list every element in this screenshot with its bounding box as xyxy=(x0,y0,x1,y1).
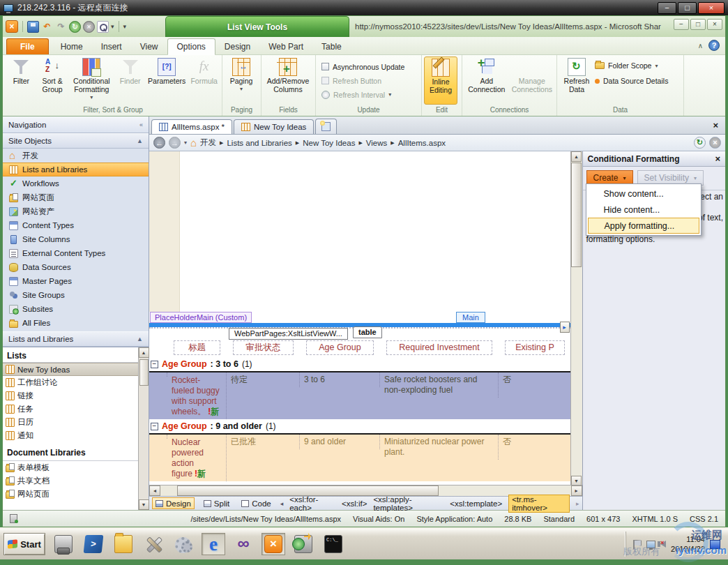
doc-tab-allitems[interactable]: AllItems.aspx * xyxy=(151,119,232,134)
breadcrumb-item[interactable]: New Toy Ideas xyxy=(303,139,355,147)
rdp-restore-button[interactable] xyxy=(678,2,697,14)
xsl-tag[interactable]: <xsl:apply-templates> xyxy=(373,495,443,512)
history-dropdown-icon[interactable] xyxy=(184,140,187,146)
rdp-close-button[interactable] xyxy=(698,2,725,14)
list-item[interactable]: 工作组讨论 xyxy=(3,376,138,389)
minimize-ribbon-icon[interactable] xyxy=(698,42,703,50)
app-restore-button[interactable] xyxy=(690,19,706,30)
tray-clock[interactable]: 11:042010/4/22 xyxy=(671,534,705,555)
app-close-button[interactable] xyxy=(707,19,722,30)
tag-scroll-right-icon[interactable] xyxy=(576,500,579,507)
vertical-scrollbar[interactable] xyxy=(570,151,582,485)
scroll-up-icon[interactable] xyxy=(571,151,582,162)
refresh-button-checkbox[interactable]: Refresh Button xyxy=(321,75,419,87)
placeholder-main-tag[interactable]: PlaceHolderMain (Custom) xyxy=(150,312,252,323)
rdp-minimize-button[interactable] xyxy=(658,2,676,14)
sidebar-item-site-groups[interactable]: Site Groups xyxy=(3,288,149,302)
add-item-icon[interactable] xyxy=(151,485,160,485)
preview-in-browser-button[interactable] xyxy=(97,21,109,33)
design-canvas[interactable]: PlaceHolderMain (Custom) Main WebPartPag… xyxy=(149,151,582,485)
collapse-section-icon[interactable] xyxy=(137,137,143,144)
redo-button[interactable] xyxy=(55,21,67,33)
collapse-section-icon[interactable] xyxy=(137,336,143,342)
volume-muted-icon[interactable] xyxy=(660,541,666,548)
tab-design[interactable]: Design xyxy=(215,39,259,54)
inline-editing-button[interactable]: Inline Editing xyxy=(424,56,457,105)
group-header-row[interactable]: Age Group : 3 to 6 (1) xyxy=(149,357,570,372)
tab-home[interactable]: Home xyxy=(52,39,92,54)
tag-scroll-left-icon[interactable] xyxy=(280,500,284,507)
doc-tab-new-toy-ideas[interactable]: New Toy Ideas xyxy=(234,119,314,134)
taskbar-item-server-manager[interactable] xyxy=(52,533,75,555)
xsl-tag[interactable]: <xsl:for-each> xyxy=(289,495,335,512)
input-method-icon[interactable] xyxy=(710,540,720,549)
manage-connections-button[interactable]: Manage Connections xyxy=(510,56,554,105)
taskbar-item-command-prompt[interactable]: C:\_ xyxy=(321,533,345,555)
paging-button[interactable]: Paging xyxy=(225,56,258,105)
webpart-tag[interactable]: WebPartPages:XsltListViewW... xyxy=(229,328,348,340)
new-document-tab[interactable] xyxy=(315,119,337,134)
list-item[interactable]: 通知 xyxy=(3,429,138,442)
tab-insert[interactable]: Insert xyxy=(92,39,131,54)
taskbar-item-explorer[interactable] xyxy=(112,533,135,555)
help-icon[interactable] xyxy=(708,40,720,51)
refresh-button[interactable] xyxy=(69,21,81,33)
list-item[interactable]: 日历 xyxy=(3,416,138,429)
refresh-data-button[interactable]: Refresh Data xyxy=(559,56,594,105)
scroll-left-icon[interactable] xyxy=(149,485,160,496)
sidebar-item-content-types[interactable]: Content Types xyxy=(3,218,149,232)
sort-group-button[interactable]: AZ↓Sort & Group xyxy=(37,56,68,105)
xsl-tag[interactable]: <xsl:template> xyxy=(450,499,502,508)
filter-button[interactable]: Filter xyxy=(6,56,36,105)
preview-dropdown[interactable] xyxy=(111,23,114,30)
lists-scrollbar[interactable] xyxy=(138,347,149,510)
scroll-thumb[interactable] xyxy=(571,163,582,267)
tab-table[interactable]: Table xyxy=(312,39,351,54)
sidebar-item-site-assets[interactable]: 网站资产 xyxy=(3,204,149,218)
breadcrumb-item[interactable]: Lists and Libraries xyxy=(227,139,291,147)
network-icon[interactable] xyxy=(646,541,655,548)
tab-options[interactable]: Options xyxy=(167,38,215,55)
taskbar-item-powershell[interactable]: > xyxy=(82,533,105,555)
forward-button[interactable] xyxy=(169,137,181,149)
sidebar-item-master-pages[interactable]: Master Pages xyxy=(3,274,149,288)
library-item[interactable]: 表单模板 xyxy=(3,461,138,474)
back-button[interactable] xyxy=(153,137,165,149)
undo-button[interactable] xyxy=(41,21,53,33)
main-content-tag[interactable]: Main xyxy=(456,312,485,323)
breadcrumb-item[interactable]: 开发 xyxy=(200,137,216,148)
parameters-button[interactable]: Parameters xyxy=(146,56,188,105)
scroll-right-icon[interactable] xyxy=(571,485,582,496)
refresh-page-icon[interactable] xyxy=(694,137,706,149)
taskbar-item-internet-explorer[interactable]: e xyxy=(202,533,225,555)
taskbar-item-services[interactable] xyxy=(172,533,195,555)
conditional-formatting-button[interactable]: Conditional Formatting xyxy=(68,56,114,105)
close-document-icon[interactable] xyxy=(713,120,718,130)
list-item[interactable]: 任务 xyxy=(3,402,138,416)
add-connection-button[interactable]: Add Connection xyxy=(464,56,509,105)
refresh-interval-control[interactable]: Refresh Interval xyxy=(321,89,419,101)
scroll-thumb[interactable] xyxy=(139,359,149,386)
table-row[interactable]: Nuclear powered action figure!新 已批准 9 an… xyxy=(149,435,570,481)
code-view-button[interactable]: Code xyxy=(238,497,274,509)
sidebar-item-site-pages[interactable]: 网站页面 xyxy=(3,190,149,204)
app-icon[interactable] xyxy=(6,20,18,33)
taskbar-item-iis[interactable] xyxy=(291,533,315,555)
taskbar-item-admin-tools[interactable] xyxy=(142,533,165,555)
stop-button[interactable] xyxy=(83,21,95,33)
sidebar-item-lists-and-libraries[interactable]: Lists and Libraries xyxy=(3,163,149,176)
asynchronous-update-checkbox[interactable]: Asynchronous Update xyxy=(321,61,419,73)
column-header[interactable]: 审批状态 xyxy=(233,340,294,355)
sidebar-item-workflows[interactable]: Workflows xyxy=(3,176,149,190)
status-style-application[interactable]: Style Application: Auto xyxy=(416,515,492,523)
taskbar-item-visual-studio[interactable]: ∞ xyxy=(232,533,255,555)
sidebar-item-external-content-types[interactable]: External Content Types xyxy=(3,246,149,260)
home-icon[interactable] xyxy=(190,140,197,146)
column-header[interactable]: Existing P xyxy=(505,340,565,355)
xsl-tag-selected[interactable]: <tr.ms-itmhover> xyxy=(508,495,570,513)
library-item[interactable]: 共享文档 xyxy=(3,474,138,488)
app-minimize-button[interactable] xyxy=(674,19,689,30)
tab-file[interactable]: File xyxy=(6,38,49,54)
column-header[interactable]: Age Group xyxy=(306,340,374,355)
table-tag[interactable]: table xyxy=(353,326,382,338)
